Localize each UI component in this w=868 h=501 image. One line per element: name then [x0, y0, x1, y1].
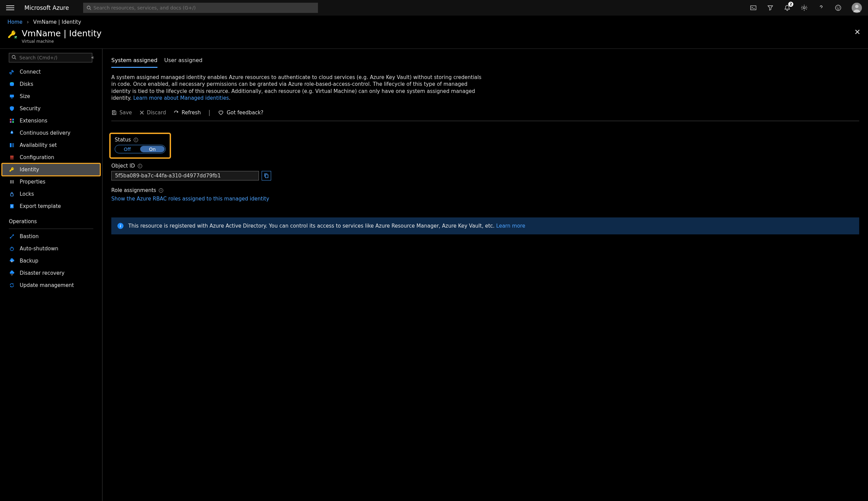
- discard-icon: [139, 110, 144, 115]
- sidebar-item-properties[interactable]: Properties: [2, 176, 100, 188]
- svg-point-20: [12, 132, 12, 133]
- sidebar-item-connect[interactable]: Connect: [2, 66, 100, 78]
- properties-icon: [9, 179, 15, 185]
- sidebar-item-availability-set[interactable]: Availability set: [2, 139, 100, 151]
- cloud-sync-icon: [9, 270, 15, 276]
- global-search[interactable]: [83, 3, 318, 13]
- sidebar-search-input[interactable]: [9, 53, 92, 62]
- sidebar-item-disaster-recovery[interactable]: Disaster recovery: [2, 267, 100, 279]
- object-id-field[interactable]: [111, 171, 259, 180]
- toggle-off[interactable]: Off: [115, 145, 139, 153]
- info-icon[interactable]: i: [159, 188, 163, 193]
- sidebar-item-identity[interactable]: Identity: [2, 163, 100, 176]
- update-icon: [9, 282, 15, 288]
- svg-point-0: [87, 6, 90, 9]
- sidebar-item-label: Configuration: [20, 154, 54, 160]
- breadcrumb: Home › VmName | Identity: [0, 15, 868, 28]
- page-title: VmName | Identity: [22, 29, 102, 38]
- hamburger-menu[interactable]: [6, 6, 14, 10]
- sidebar-item-continuous-delivery[interactable]: Continuous delivery: [2, 127, 100, 139]
- svg-rect-35: [113, 113, 115, 115]
- collapse-sidebar-icon[interactable]: «: [91, 55, 94, 60]
- sidebar-item-bastion[interactable]: Bastion: [2, 230, 100, 243]
- show-roles-link[interactable]: Show the Azure RBAC roles assigned to th…: [111, 196, 269, 202]
- save-icon: [111, 110, 117, 115]
- help-icon[interactable]: [818, 4, 825, 11]
- sidebar: « Connect Disks Size Security Extensions…: [0, 49, 103, 501]
- svg-rect-38: [265, 175, 268, 178]
- lock-icon: [9, 191, 15, 197]
- sidebar-item-disks[interactable]: Disks: [2, 78, 100, 90]
- close-button[interactable]: ✕: [855, 28, 860, 36]
- notifications-icon[interactable]: 2: [784, 4, 791, 11]
- banner-text: This resource is registered with Azure A…: [128, 223, 496, 229]
- tab-system-assigned[interactable]: System assigned: [111, 56, 157, 68]
- sidebar-item-extensions[interactable]: Extensions: [2, 115, 100, 127]
- sidebar-item-label: Size: [20, 93, 30, 99]
- status-toggle[interactable]: Off On: [115, 145, 166, 153]
- brand-label[interactable]: Microsoft Azure: [24, 4, 69, 11]
- save-button[interactable]: Save: [111, 109, 132, 116]
- bastion-icon: [9, 233, 15, 239]
- svg-rect-23: [10, 156, 13, 157]
- info-icon[interactable]: i: [134, 138, 138, 142]
- learn-more-link[interactable]: Learn more about Managed identities: [133, 95, 229, 101]
- sidebar-item-size[interactable]: Size: [2, 90, 100, 103]
- sidebar-item-update-management[interactable]: Update management: [2, 279, 100, 291]
- top-bar: Microsoft Azure 2: [0, 0, 868, 15]
- shield-icon: [9, 106, 15, 111]
- rocket-icon: [9, 130, 15, 136]
- role-assignments-section: Role assignments i Show the Azure RBAC r…: [111, 187, 859, 202]
- settings-icon[interactable]: [801, 4, 808, 11]
- power-icon: [9, 246, 15, 252]
- info-icon[interactable]: i: [138, 164, 142, 168]
- description-text: A system assigned managed identity enabl…: [111, 74, 485, 102]
- sidebar-item-label: Properties: [20, 179, 45, 185]
- tab-user-assigned[interactable]: User assigned: [164, 56, 203, 68]
- heart-icon: [218, 109, 224, 116]
- sidebar-item-configuration[interactable]: Configuration: [2, 151, 100, 163]
- toolbar-separator: |: [208, 109, 210, 116]
- export-icon: [9, 203, 15, 209]
- sidebar-item-auto-shutdown[interactable]: Auto-shutdown: [2, 243, 100, 255]
- copy-button[interactable]: [262, 171, 271, 180]
- svg-point-26: [12, 168, 13, 169]
- cloud-shell-icon[interactable]: [750, 4, 757, 11]
- main-content: System assigned User assigned A system a…: [103, 49, 868, 501]
- toggle-on[interactable]: On: [140, 146, 165, 152]
- info-icon: i: [117, 223, 124, 229]
- disks-icon: [9, 81, 15, 87]
- svg-point-6: [839, 7, 839, 8]
- breadcrumb-home[interactable]: Home: [8, 19, 22, 25]
- status-label: Status: [115, 137, 131, 143]
- svg-point-5: [837, 7, 837, 8]
- sidebar-divider: [9, 228, 93, 229]
- feedback-icon[interactable]: [835, 4, 841, 11]
- refresh-button[interactable]: Refresh: [173, 109, 201, 116]
- sidebar-item-security[interactable]: Security: [2, 103, 100, 115]
- banner-learn-more-link[interactable]: Learn more: [496, 223, 525, 229]
- object-id-label: Object ID: [111, 163, 135, 169]
- discard-button[interactable]: Discard: [139, 109, 166, 116]
- user-avatar[interactable]: [852, 3, 862, 13]
- page-title-row: VmName | Identity Virtual machine ✕: [0, 28, 868, 49]
- search-icon: [86, 6, 91, 10]
- cloud-up-icon: [9, 258, 15, 264]
- info-banner: i This resource is registered with Azure…: [111, 217, 859, 234]
- key-icon: [9, 167, 15, 173]
- sidebar-item-export-template[interactable]: Export template: [2, 200, 100, 212]
- sidebar-item-label: Identity: [20, 167, 39, 173]
- sidebar-item-backup[interactable]: Backup: [2, 255, 100, 267]
- sidebar-item-label: Security: [20, 106, 41, 111]
- sidebar-item-label: Auto-shutdown: [20, 246, 59, 252]
- sidebar-item-label: Export template: [20, 203, 61, 209]
- sidebar-item-locks[interactable]: Locks: [2, 188, 100, 200]
- svg-rect-18: [10, 121, 12, 123]
- sidebar-item-label: Extensions: [20, 118, 47, 124]
- svg-rect-17: [12, 119, 14, 120]
- connect-icon: [9, 69, 15, 75]
- filter-icon[interactable]: [767, 4, 774, 11]
- feedback-button[interactable]: Got feedback?: [218, 109, 263, 116]
- sidebar-item-label: Bastion: [20, 233, 39, 239]
- global-search-input[interactable]: [93, 5, 315, 11]
